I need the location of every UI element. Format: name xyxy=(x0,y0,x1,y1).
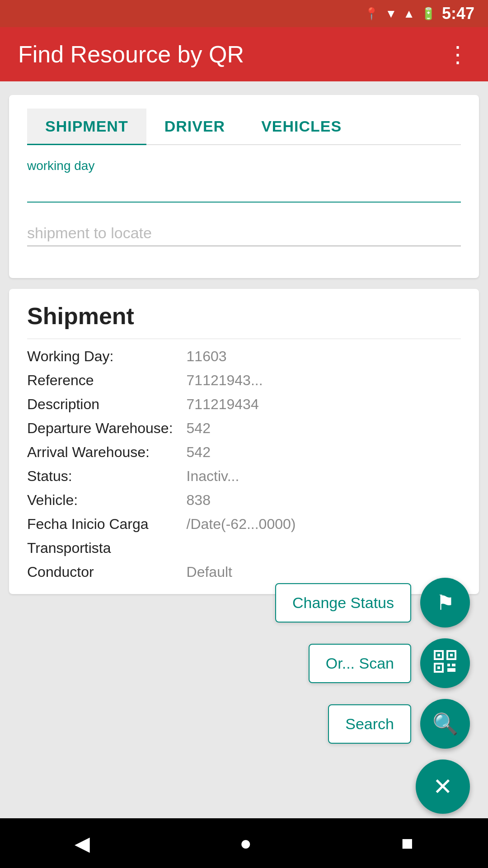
search-row: Search 🔍 xyxy=(328,699,470,749)
search-icon: 🔍 xyxy=(432,712,458,736)
status-time: 5:47 xyxy=(442,4,474,23)
tab-bar: SHIPMENT DRIVER VEHICLES xyxy=(27,108,461,145)
transportista-label: Transportista xyxy=(27,540,173,557)
wifi-icon: ▼ xyxy=(385,7,397,21)
recent-apps-button[interactable]: ■ xyxy=(401,832,413,854)
signal-icon: ▲ xyxy=(403,7,415,21)
arrival-warehouse-label: Arrival Warehouse: xyxy=(27,444,173,461)
description-value: 711219434 xyxy=(187,396,461,413)
working-day-info-label: Working Day: xyxy=(27,348,173,365)
flag-icon: ⚑ xyxy=(436,590,455,615)
svg-rect-3 xyxy=(450,654,453,656)
description-label: Description xyxy=(27,396,173,413)
status-value: Inactiv... xyxy=(187,468,461,485)
vehicle-label: Vehicle: xyxy=(27,492,173,509)
battery-icon: 🔋 xyxy=(421,7,436,21)
svg-rect-6 xyxy=(447,664,450,666)
qr-fab-button[interactable] xyxy=(420,638,470,688)
app-bar-title: Find Resource by QR xyxy=(18,41,244,68)
svg-rect-7 xyxy=(452,664,455,666)
shipment-input[interactable] xyxy=(27,221,461,246)
svg-rect-5 xyxy=(437,666,440,669)
svg-rect-1 xyxy=(437,654,440,656)
shipment-field xyxy=(27,221,461,264)
change-status-row: Change Status ⚑ xyxy=(275,578,470,627)
fab-container: Change Status ⚑ Or... Scan xyxy=(275,578,470,814)
close-fab-row: ✕ xyxy=(416,760,470,814)
svg-rect-8 xyxy=(447,668,455,672)
departure-warehouse-value: 542 xyxy=(187,420,461,437)
scan-button[interactable]: Or... Scan xyxy=(309,644,411,683)
nav-bar: ◀ ● ■ xyxy=(0,818,488,868)
location-icon: 📍 xyxy=(364,7,379,21)
status-icons: 📍 ▼ ▲ 🔋 5:47 xyxy=(364,4,474,23)
conductor-label: Conductor xyxy=(27,564,173,580)
working-day-input[interactable] xyxy=(27,177,461,203)
change-status-button[interactable]: Change Status xyxy=(275,583,411,623)
close-icon: ✕ xyxy=(433,773,453,800)
reference-value: 71121943... xyxy=(187,372,461,389)
working-day-label: working day xyxy=(27,159,461,173)
scan-row: Or... Scan xyxy=(309,638,470,688)
shipment-info-card: Shipment Working Day: 11603 Reference 71… xyxy=(9,289,479,594)
tab-vehicles[interactable]: VEHICLES xyxy=(243,108,360,144)
qr-icon xyxy=(434,650,456,677)
status-label: Status: xyxy=(27,468,173,485)
shipment-info-grid: Working Day: 11603 Reference 71121943...… xyxy=(27,348,461,580)
search-card: SHIPMENT DRIVER VEHICLES working day xyxy=(9,95,479,278)
tab-driver[interactable]: DRIVER xyxy=(146,108,243,144)
status-bar: 📍 ▼ ▲ 🔋 5:47 xyxy=(0,0,488,27)
home-button[interactable]: ● xyxy=(239,832,252,854)
menu-button[interactable]: ⋮ xyxy=(446,41,470,67)
departure-warehouse-label: Departure Warehouse: xyxy=(27,420,173,437)
search-button[interactable]: Search xyxy=(328,704,411,744)
working-day-info-value: 11603 xyxy=(187,348,461,365)
fecha-inicio-label: Fecha Inicio Carga xyxy=(27,516,173,533)
arrival-warehouse-value: 542 xyxy=(187,444,461,461)
search-fab-button[interactable]: 🔍 xyxy=(420,699,470,749)
vehicle-value: 838 xyxy=(187,492,461,509)
flag-fab-button[interactable]: ⚑ xyxy=(420,578,470,627)
working-day-field: working day xyxy=(27,159,461,221)
transportista-value xyxy=(187,540,461,557)
fecha-inicio-value: /Date(-62...0000) xyxy=(187,516,461,533)
tab-shipment[interactable]: SHIPMENT xyxy=(27,108,146,144)
reference-label: Reference xyxy=(27,372,173,389)
app-bar: Find Resource by QR ⋮ xyxy=(0,27,488,81)
shipment-card-title: Shipment xyxy=(27,302,461,339)
back-button[interactable]: ◀ xyxy=(75,832,90,855)
close-fab-button[interactable]: ✕ xyxy=(416,760,470,814)
